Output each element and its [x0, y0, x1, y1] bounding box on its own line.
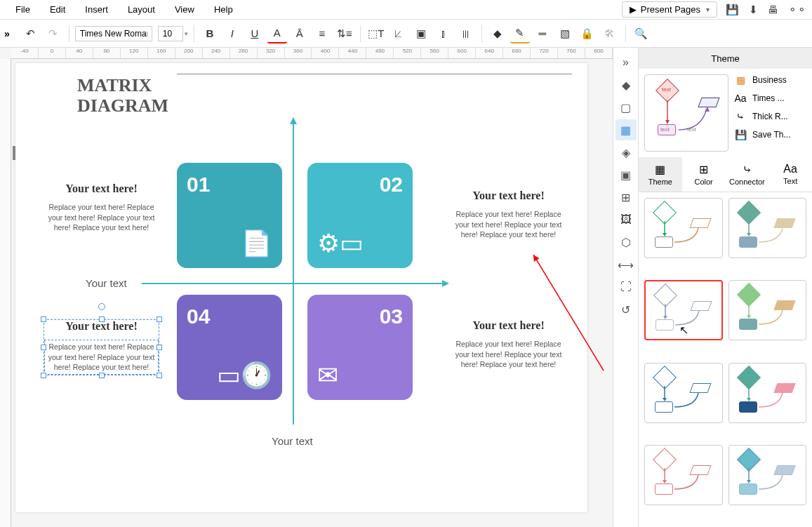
resize-handle-ml[interactable] [41, 345, 46, 350]
print-icon[interactable]: 🖶 [768, 4, 778, 16]
diagram-title[interactable]: MATRIX DIAGRAM [77, 76, 168, 116]
frame-tool-icon[interactable]: ▢ [615, 97, 637, 118]
quadrant-01[interactable]: 01📄 [177, 163, 282, 268]
axis-label-x[interactable]: Your text [86, 277, 127, 289]
text-block-2[interactable]: Your text here! Replace your text here! … [451, 189, 566, 240]
underline-button[interactable]: U [245, 24, 265, 44]
theme-opt-save[interactable]: 💾Save Th... [734, 129, 806, 140]
group-button[interactable]: ▣ [411, 24, 431, 44]
font-select[interactable] [75, 26, 152, 41]
bold-button[interactable]: B [200, 24, 220, 44]
spacer-tool-icon[interactable]: ⟷ [615, 254, 637, 275]
share-icon[interactable]: ⚬⚬ [788, 4, 806, 16]
line-style-button[interactable]: ═ [533, 24, 552, 44]
shadow-button[interactable]: ▧ [555, 24, 575, 44]
menu-view[interactable]: View [165, 1, 204, 18]
quadrant-02[interactable]: 02⚙▭ [307, 163, 413, 268]
theme-thumb-3[interactable]: ↖ [644, 280, 723, 340]
text-tab-icon: Aa [770, 163, 811, 175]
theme-tab-connector[interactable]: ⤷Connector [726, 157, 769, 192]
fill-button[interactable]: ◆ [488, 24, 507, 44]
align-button[interactable]: ≡ [312, 24, 332, 44]
collapse-panel-icon[interactable]: » [615, 52, 637, 73]
envelope-icon: ✉ [317, 361, 338, 390]
save-icon[interactable]: 💾 [726, 4, 739, 16]
play-icon: ▶ [630, 4, 637, 15]
theme-tab-theme[interactable]: ▦Theme [639, 157, 682, 192]
image-tool-icon[interactable]: 🖼 [615, 209, 637, 230]
quadrant-03[interactable]: 03✉ [307, 295, 413, 400]
rotate-handle[interactable] [98, 303, 105, 310]
line-spacing-button[interactable]: ⇅≡ [335, 24, 354, 44]
undo-button[interactable]: ↶ [21, 24, 41, 44]
ruler-vertical [0, 59, 11, 527]
theme-opt-font[interactable]: AaTimes ... [734, 93, 806, 104]
theme-thumb-1[interactable] [644, 198, 723, 258]
history-tool-icon[interactable]: ↺ [615, 299, 637, 320]
theme-opt-connector[interactable]: ⤷Thick R... [734, 111, 806, 122]
title-underline [177, 74, 572, 74]
text-block-1[interactable]: Your text here! Replace your text here! … [44, 182, 159, 233]
quadrant-04[interactable]: 04▭🕐 [177, 295, 282, 400]
resize-handle-tm[interactable] [99, 316, 105, 322]
slideshow-tool-icon[interactable]: ▣ [615, 164, 637, 185]
chevron-down-icon: ▾ [706, 6, 710, 13]
axis-horizontal[interactable] [142, 283, 444, 284]
connector-button[interactable]: ⟀ [389, 24, 408, 44]
canvas-area[interactable]: -400408012016020024028032036040044048052… [0, 48, 613, 527]
theme-tab-color[interactable]: ⊞Color [682, 157, 726, 192]
menu-layout[interactable]: Layout [118, 1, 165, 18]
resize-handle-bm[interactable] [99, 373, 105, 378]
theme-preview: text text text [644, 74, 728, 152]
connector-tab-icon: ⤷ [727, 163, 768, 176]
toolbar: » ↶ ↷ ▾ B I U A Ā ≡ ⇅≡ ⬚T ⟀ ▣ ⫿ ⫼ ◆ ✎ ═ … [0, 20, 812, 48]
menu-help[interactable]: Help [204, 1, 243, 18]
resize-handle-br[interactable] [157, 373, 162, 378]
theme-tab-icon: ▦ [640, 163, 681, 176]
search-button[interactable]: 🔍 [632, 24, 651, 44]
theme-thumb-8[interactable] [728, 445, 807, 505]
text-block-3[interactable]: Your text here! Replace your text here! … [451, 319, 566, 370]
resize-handle-bl[interactable] [41, 373, 46, 378]
palette-icon: ▦ [734, 74, 747, 86]
theme-thumb-4[interactable] [728, 280, 807, 340]
distribute-button[interactable]: ⫼ [456, 24, 476, 44]
present-pages-button[interactable]: ▶ Present Pages ▾ [622, 1, 717, 18]
tools-button[interactable]: 🛠 [600, 24, 620, 44]
orgchart-tool-icon[interactable]: ⬡ [615, 232, 637, 253]
save-theme-icon: 💾 [734, 129, 747, 140]
axis-vertical[interactable] [293, 123, 294, 425]
redo-button[interactable]: ↷ [44, 24, 63, 44]
download-icon[interactable]: ⬇ [749, 4, 758, 16]
text-block-4-selected[interactable]: Your text here! Replace your text here! … [44, 319, 159, 375]
canvas-page[interactable]: MATRIX DIAGRAM Your text Your text 01📄 0… [15, 63, 587, 512]
grid-tool-icon[interactable]: ⊞ [615, 187, 637, 208]
theme-panel: Theme text text text ▦Business AaTimes .… [638, 48, 812, 527]
theme-thumb-6[interactable] [728, 363, 807, 423]
line-color-button[interactable]: ✎ [510, 24, 530, 44]
italic-button[interactable]: I [222, 24, 242, 44]
expand-tool-icon[interactable]: ⛶ [615, 276, 637, 298]
align-objects-button[interactable]: ⫿ [434, 24, 453, 44]
text-tool-button[interactable]: ⬚T [366, 24, 386, 44]
axis-label-y[interactable]: Your text [272, 435, 313, 447]
menu-file[interactable]: File [6, 1, 40, 18]
theme-thumb-5[interactable] [644, 363, 723, 423]
theme-thumb-2[interactable] [728, 198, 807, 258]
fill-tool-icon[interactable]: ◆ [615, 74, 637, 95]
resize-handle-tr[interactable] [157, 316, 162, 322]
lock-button[interactable]: 🔒 [578, 24, 597, 44]
font-color-button[interactable]: A [267, 24, 287, 44]
layers-tool-icon[interactable]: ◈ [615, 142, 637, 163]
menu-insert[interactable]: Insert [75, 1, 118, 18]
theme-opt-business[interactable]: ▦Business [734, 74, 806, 86]
font-size-select[interactable] [158, 26, 183, 41]
theme-tab-text[interactable]: AaText [768, 157, 812, 192]
menu-edit[interactable]: Edit [40, 1, 75, 18]
resize-handle-mr[interactable] [157, 345, 162, 350]
expand-toolbar-icon[interactable]: » [4, 28, 10, 39]
resize-handle-tl[interactable] [41, 316, 46, 322]
theme-tool-icon[interactable]: ▦ [615, 119, 637, 140]
text-highlight-button[interactable]: Ā [290, 24, 310, 44]
theme-thumb-7[interactable] [644, 445, 723, 505]
